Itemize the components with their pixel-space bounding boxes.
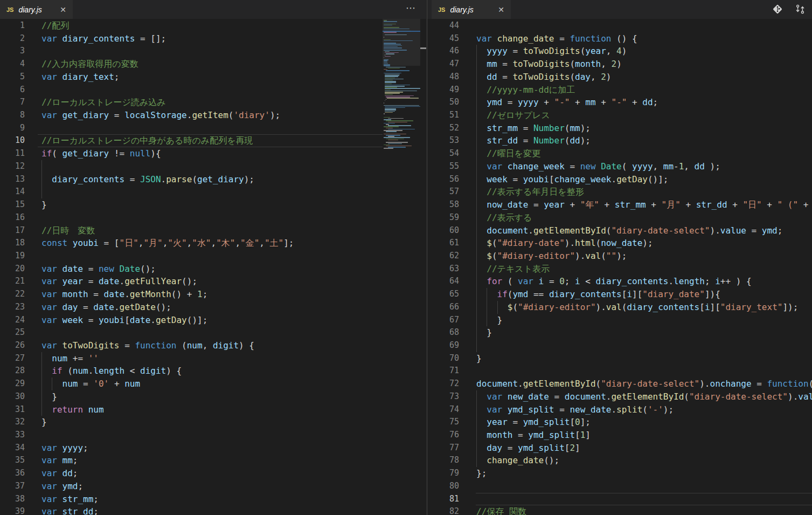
code-line[interactable]: 12 <box>0 160 383 173</box>
code-line[interactable]: 77 day = ymd_split[2] <box>427 442 812 455</box>
code-line[interactable]: 32} <box>0 416 383 429</box>
code-line[interactable]: 30 } <box>0 390 383 403</box>
code-line[interactable]: 11if( get_diary != null){ <box>0 147 383 160</box>
code-line[interactable]: 7//ローカルストレージ読み込み <box>0 96 383 109</box>
code-line[interactable]: 50 ymd = yyyy + "-" + mm + "-" + dd; <box>427 96 812 109</box>
code-line[interactable]: 3 <box>0 45 383 58</box>
indent-guide <box>476 186 477 198</box>
close-tab-icon[interactable]: ✕ <box>498 5 504 14</box>
code-line[interactable]: 34var yyyy; <box>0 442 383 455</box>
code-line[interactable]: 73 var new_date = document.getElementByI… <box>427 390 812 403</box>
code-line[interactable]: 44 <box>427 19 812 32</box>
code-line[interactable]: 59 //表示する <box>427 211 812 224</box>
more-actions-icon[interactable]: ⋯ <box>406 2 417 14</box>
code-line[interactable]: 74 var ymd_split = new_date.split('-'); <box>427 403 812 416</box>
code-line[interactable]: 25 <box>0 326 383 339</box>
code-line[interactable]: 46 yyyy = toTwoDigits(year, 4) <box>427 45 812 58</box>
code-line[interactable]: 55 var change_week = new Date( yyyy, mm-… <box>427 160 812 173</box>
git-diff-icon[interactable] <box>771 3 784 16</box>
indent-guide <box>476 211 477 224</box>
code-line[interactable]: 45var change_date = function () { <box>427 32 812 45</box>
code-line[interactable]: 47 mm = toTwoDigits(month, 2) <box>427 58 812 71</box>
code-line[interactable]: 26var toTwoDigits = function (num, digit… <box>0 339 383 352</box>
code-line[interactable]: 23var day = date.getDate(); <box>0 301 383 314</box>
tab-diary-js-left[interactable]: JS diary.js ✕ <box>0 0 73 19</box>
line-number: 70 <box>427 352 459 365</box>
code-line[interactable]: 52 str_mm = Number(mm); <box>427 122 812 135</box>
tab-label: diary.js <box>18 5 54 14</box>
code-line[interactable]: 64 for ( var i = 0; i < diary_contents.l… <box>427 275 812 288</box>
code-line[interactable]: 13 diary_contents = JSON.parse(get_diary… <box>0 173 383 186</box>
code-line[interactable]: 63 //テキスト表示 <box>427 263 812 276</box>
code-line[interactable]: 79}; <box>427 467 812 480</box>
code-line[interactable]: 33 <box>0 429 383 442</box>
code-line[interactable]: 21var year = date.getFullYear(); <box>0 275 383 288</box>
line-number: 44 <box>427 19 459 32</box>
line-number: 77 <box>427 442 459 455</box>
code-line[interactable]: 49 //yyyy-mm-ddに加工 <box>427 84 812 97</box>
code-line[interactable]: 5var diary_text; <box>0 71 383 84</box>
code-line[interactable]: 4//入力内容取得用の変数 <box>0 58 383 71</box>
code-line[interactable]: 31 return num <box>0 403 383 416</box>
code-line[interactable]: 51 //ゼロサプレス <box>427 109 812 122</box>
code-line[interactable]: 9 <box>0 122 383 135</box>
code-line[interactable]: 28 if (num.length < digit) { <box>0 365 383 377</box>
code-line[interactable]: 20var date = new Date(); <box>0 263 383 276</box>
close-tab-icon[interactable]: ✕ <box>60 5 66 14</box>
swap-arrows-icon[interactable] <box>794 3 807 16</box>
code-line[interactable]: 57 //表示する年月日を整形 <box>427 186 812 198</box>
code-line[interactable]: 6 <box>0 84 383 97</box>
code-editor-left[interactable]: 1//配列2var diary_contents = [];34//入力内容取得… <box>0 19 426 515</box>
code-line[interactable]: 82//保存 関数 <box>427 505 812 515</box>
code-line[interactable]: 80 <box>427 480 812 493</box>
overview-ruler[interactable] <box>420 19 426 515</box>
code-line[interactable]: 2var diary_contents = []; <box>0 32 383 45</box>
code-line[interactable]: 71 <box>427 365 812 377</box>
code-line[interactable]: 8var get_diary = localStorage.getItem('d… <box>0 109 383 122</box>
code-line[interactable]: 69 <box>427 339 812 352</box>
code-line[interactable]: 27 num += '' <box>0 352 383 365</box>
code-line[interactable]: 62 $("#diary-editor").val(""); <box>427 250 812 263</box>
code-line[interactable]: 66 $("#diary-editor").val(diary_contents… <box>427 301 812 314</box>
code-line[interactable]: 75 year = ymd_split[0]; <box>427 416 812 429</box>
code-line[interactable]: 60 document.getElementById("diary-date-s… <box>427 224 812 237</box>
code-line[interactable]: 48 dd = toTwoDigits(day, 2) <box>427 71 812 84</box>
minimap-slider[interactable] <box>383 19 420 66</box>
code-line[interactable]: 18const youbi = ["日","月","火","水","木","金"… <box>0 237 383 250</box>
indent-guide <box>476 71 477 84</box>
code-line[interactable]: 56 week = youbi[change_week.getDay()]; <box>427 173 812 186</box>
code-line[interactable]: 58 now_date = year + "年" + str_mm + "月" … <box>427 198 812 211</box>
code-line[interactable]: 22var month = date.getMonth() + 1; <box>0 288 383 301</box>
code-line[interactable]: 24var week = youbi[date.getDay()]; <box>0 314 383 327</box>
code-line[interactable]: 36var dd; <box>0 467 383 480</box>
code-line[interactable]: 37var ymd; <box>0 480 383 493</box>
code-line[interactable]: 65 if(ymd == diary_contents[i]["diary_da… <box>427 288 812 301</box>
code-line[interactable]: 17//日時 変数 <box>0 224 383 237</box>
code-line[interactable]: 39var str_dd; <box>0 505 383 515</box>
code-line[interactable]: 61 $("#diary-date").html(now_date); <box>427 237 812 250</box>
code-line[interactable]: 10//ローカルストレージの中身がある時のみ配列を再現 <box>0 134 383 147</box>
code-editor-right[interactable]: 4445var change_date = function () {46 yy… <box>427 19 812 515</box>
code-line[interactable]: 68 } <box>427 326 812 339</box>
code-line[interactable]: 1//配列 <box>0 19 383 32</box>
minimap[interactable] <box>383 19 420 515</box>
code-line[interactable]: 78 change_date(); <box>427 454 812 467</box>
code-line[interactable]: 67 } <box>427 314 812 327</box>
code-line[interactable]: 38var str_mm; <box>0 493 383 506</box>
code-line[interactable]: 35var mm; <box>0 454 383 467</box>
code-line[interactable]: 29 num = '0' + num <box>0 377 383 390</box>
indent-guide <box>487 301 487 314</box>
code-line[interactable]: 15} <box>0 198 383 211</box>
code-line[interactable]: 19 <box>0 250 383 263</box>
code-line[interactable]: 72document.getElementById("diary-date-se… <box>427 377 812 390</box>
code-line[interactable]: 53 str_dd = Number(dd); <box>427 134 812 147</box>
code-line[interactable]: 70} <box>427 352 812 365</box>
code-line[interactable]: 76 month = ymd_split[1] <box>427 429 812 442</box>
tab-diary-js-right[interactable]: JS diary.js ✕ <box>432 0 511 19</box>
line-number: 30 <box>0 390 25 403</box>
code-line[interactable]: 54 //曜日を変更 <box>427 147 812 160</box>
code-line[interactable]: 14 <box>0 186 383 198</box>
code-line[interactable]: 81 <box>427 493 812 506</box>
code-line[interactable]: 16 <box>0 211 383 224</box>
line-number: 35 <box>0 454 25 467</box>
